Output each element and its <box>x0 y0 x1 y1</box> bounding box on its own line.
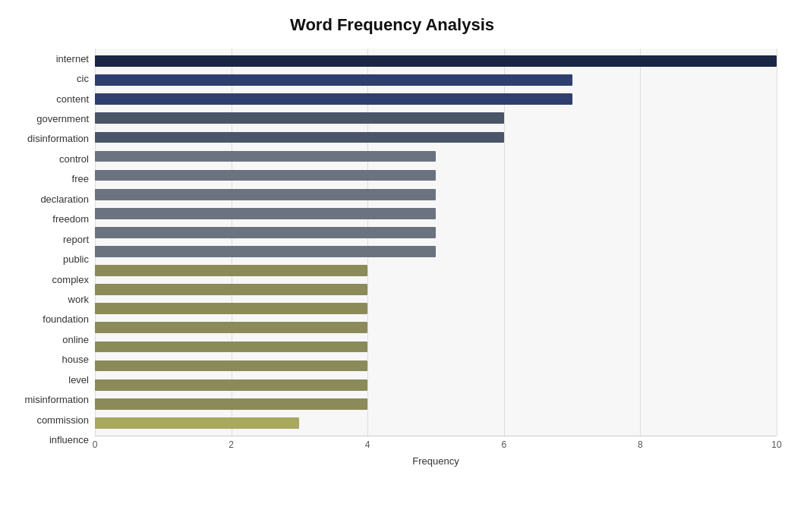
bar-row <box>95 185 777 204</box>
bars-and-x: 0246810 Frequency <box>95 49 777 467</box>
bar-row <box>95 109 777 127</box>
bar <box>95 265 367 276</box>
bar <box>95 322 367 333</box>
chart-title: Word Frequency Analysis <box>8 15 777 35</box>
x-axis: 0246810 <box>95 436 777 452</box>
y-label: report <box>63 235 89 244</box>
bar <box>95 417 299 429</box>
bar <box>95 208 436 219</box>
bar-row <box>95 71 777 90</box>
y-label: misinformation <box>24 395 89 405</box>
chart-area: internetciccontentgovernmentdisinformati… <box>8 49 777 467</box>
y-label: content <box>56 94 89 104</box>
bar-row <box>95 146 777 165</box>
bar <box>95 151 436 162</box>
bar-row <box>95 223 777 242</box>
bar <box>95 398 367 410</box>
bar-row <box>95 52 777 71</box>
y-labels: internetciccontentgovernmentdisinformati… <box>8 49 95 467</box>
grid-line <box>777 49 777 436</box>
bar-row <box>95 299 777 318</box>
bar <box>95 360 367 372</box>
bar <box>95 189 436 200</box>
bar-row <box>95 337 777 356</box>
bar <box>95 93 572 105</box>
y-label: public <box>63 254 89 264</box>
bar-row <box>95 414 777 433</box>
bar <box>95 379 367 391</box>
bar <box>95 170 436 181</box>
y-label: complex <box>52 275 89 285</box>
y-label: declaration <box>40 194 89 204</box>
x-tick: 2 <box>229 439 234 450</box>
x-tick: 0 <box>93 439 98 450</box>
y-label: online <box>62 335 89 345</box>
bar <box>95 227 436 238</box>
bar <box>95 112 504 124</box>
y-label: level <box>68 375 89 385</box>
y-label: commission <box>36 415 89 425</box>
x-tick: 6 <box>501 439 506 450</box>
y-label: house <box>62 354 89 364</box>
y-label: cic <box>77 74 89 83</box>
bar-row <box>95 318 777 337</box>
chart-container: Word Frequency Analysis internetcicconte… <box>0 0 807 532</box>
y-label: free <box>72 174 89 184</box>
bars-wrapper <box>95 49 777 436</box>
bar-row <box>95 127 777 146</box>
bar-row <box>95 90 777 109</box>
y-label: foundation <box>43 314 89 324</box>
y-label: government <box>36 114 89 124</box>
bar <box>95 246 436 257</box>
bar-row <box>95 376 777 395</box>
bar <box>95 55 777 67</box>
bar <box>95 342 367 353</box>
x-axis-label: Frequency <box>95 455 777 467</box>
bar-row <box>95 242 777 261</box>
bar-row <box>95 280 777 299</box>
bar <box>95 132 504 143</box>
bars-area <box>95 49 777 436</box>
y-label: control <box>59 154 89 164</box>
bar-row <box>95 357 777 376</box>
x-tick: 10 <box>771 439 781 450</box>
bar-row <box>95 261 777 280</box>
bar-row <box>95 204 777 223</box>
y-label: work <box>68 294 89 304</box>
bar-row <box>95 166 777 185</box>
bar <box>95 303 367 314</box>
y-label: freedom <box>52 214 89 224</box>
bar-row <box>95 395 777 414</box>
y-label: internet <box>56 54 89 64</box>
x-tick: 8 <box>638 439 643 450</box>
bar <box>95 74 572 86</box>
bar <box>95 284 367 295</box>
y-label: influence <box>49 435 89 445</box>
x-tick: 4 <box>365 439 370 450</box>
y-label: disinformation <box>27 134 89 143</box>
